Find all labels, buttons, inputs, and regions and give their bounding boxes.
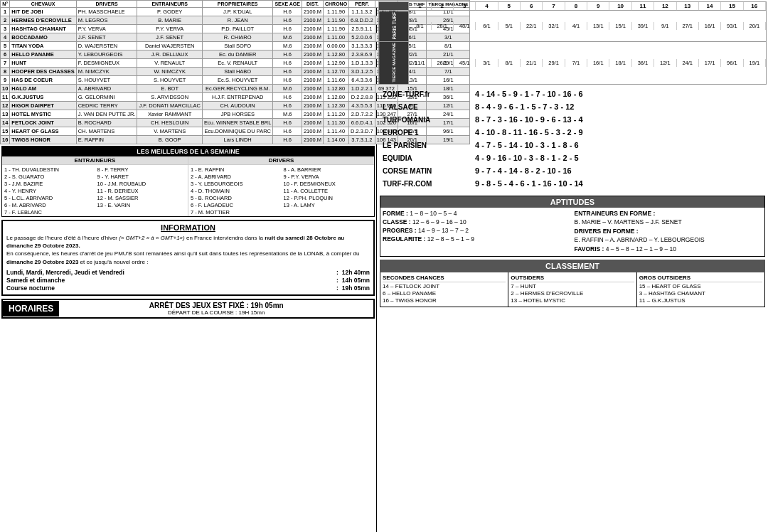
schedule-section: Lundi, Mardi, Mercredi, Jeudi et Vendred…: [6, 269, 370, 292]
aptitudes-section: APTITUDES FORME : 1 – 8 – 10 – 5 – 4CLAS…: [380, 196, 765, 257]
tierce-cell: 8/1: [498, 59, 521, 67]
outsiders-title: OUTSIDERS: [511, 275, 634, 282]
pronostic-numbers: 8 - 7 - 3 - 16 - 10 - 9 - 6 - 13 - 4: [475, 115, 583, 124]
aptitude-item: CLASSE : 12 – 6 – 9 – 16 – 10: [383, 218, 571, 225]
outsider-item-3: 13 – HOTEL MYSTIC: [511, 297, 634, 304]
schedule-time-3: 19h 05mn: [342, 284, 370, 292]
horaires-content: ARRÊT DES JEUX EST FIXÉ : 19h 05mn DÉPAR…: [59, 300, 373, 317]
favoris-title: FAVORIS : 4 – 5 – 8 – 12 – 1 – 9 – 10: [575, 245, 763, 252]
schedule-label-2: Samedi et dimanche: [6, 277, 333, 284]
meilleurs-item: 1 - E. RAFFIN: [191, 166, 279, 173]
paris-cell: 8/1: [409, 22, 431, 30]
tierce-cell: 17/1: [699, 59, 721, 67]
tierce-cell: 19/1: [744, 59, 766, 67]
col-trainers: ENTRAINEURS: [137, 1, 203, 8]
trainers-left: 1 - TH. DUVALDESTIN2 - S. GUARATO3 - J.M…: [2, 165, 95, 216]
paris-cell: 22/1: [521, 22, 543, 30]
grid-num-cell: 16: [744, 2, 766, 10]
odds-grid-section: 12345678910111213141516 PARIS TURF 8/128…: [377, 0, 768, 85]
meilleurs-item: 5 - L.CL. ABRIVARD: [4, 194, 93, 201]
aptitude-item: REGULARITE : 12 – 8 – 5 – 1 – 9: [383, 235, 571, 243]
paris-cell: 93/1: [721, 22, 743, 30]
aptitudes-left: FORME : 1 – 8 – 10 – 5 – 4CLASSE : 12 – …: [383, 210, 571, 254]
gros-outsider-item-3: 11 – G.K.JUSTUS: [639, 297, 762, 304]
col-horses: CHEVAUX: [10, 1, 76, 8]
grid-num-cell: 14: [699, 2, 721, 10]
grid-num-cell: 1: [409, 2, 431, 10]
paris-cell: 15/1: [609, 22, 631, 30]
trainers-right: 8 - F. TERRY9 - Y. HARET10 - J.M. ROUBAU…: [95, 165, 188, 216]
meilleurs-item: 1 - TH. DUVALDESTIN: [4, 166, 93, 173]
grid-num-cell: 2: [432, 2, 454, 10]
horaires-sub-text: DÉPART DE LA COURSE : 19H 15mn: [60, 309, 372, 316]
paris-row-cells: 8/128/148/16/15/122/132/14/113/115/139/1…: [409, 22, 766, 30]
grid-num-cell: 3: [454, 2, 476, 10]
meilleurs-item: 3 - Y. LEBOURGEOIS: [191, 180, 279, 187]
paris-cell: 32/1: [543, 22, 565, 30]
pronostic-numbers: 4 - 9 - 16 - 10 - 3 - 8 - 1 - 2 - 5: [475, 154, 579, 162]
classement-title: CLASSEMENT: [380, 260, 765, 272]
pronostic-source: TURF-FR.COM: [383, 180, 475, 188]
horaires-main-text: ARRÊT DES JEUX EST FIXÉ : 19h 05mn: [60, 302, 372, 309]
tierce-cell: 24/1: [677, 59, 699, 67]
schedule-label-3: Course nocturne: [6, 284, 333, 292]
meilleurs-trainers-col: ENTRAINEURS 1 - TH. DUVALDESTIN2 - S. GU…: [2, 156, 188, 216]
grid-num-cell: 5: [498, 2, 521, 10]
meilleurs-item: 4 - Y. HENRY: [4, 187, 93, 194]
col-dist: DIST.: [302, 1, 323, 8]
pronostic-numbers: 9 - 7 - 4 - 14 - 8 - 2 - 10 - 16: [475, 166, 572, 175]
col-drivers: DRIVERS: [76, 1, 137, 8]
aptitudes-right: ENTRAINEURS EN FORME : B. MARIE – V. MAR…: [575, 210, 763, 254]
meilleurs-drivers-col: DRIVERS 1 - E. RAFFIN2 - A. ABRIVARD3 - …: [188, 156, 374, 216]
meilleurs-item: 6 - F. LAGADEUC: [191, 201, 279, 208]
entraineurs-en-forme-val: B. MARIE – V. MARTENS – J.F. SENET: [575, 218, 763, 225]
pronostic-source: CORSE MATIN: [383, 167, 475, 175]
aptitudes-title: APTITUDES: [380, 196, 764, 208]
paris-cell: 39/1: [632, 22, 654, 30]
grid-nums-header: 12345678910111213141516: [409, 2, 767, 11]
gros-outsiders-col: GROS OUTSIDERS 15 – HEART OF GLASS 3 – H…: [637, 272, 764, 307]
grid-num-cell: 6: [521, 2, 543, 10]
paris-cell: 27/1: [677, 22, 699, 30]
pronostic-source: ZONE-TURF.fr: [383, 90, 475, 98]
meilleurs-item: 10 - J.M. ROUBAUD: [97, 180, 186, 187]
pronostic-row: L'ALSACE8 - 4 - 9 - 6 - 1 - 5 - 7 - 3 - …: [383, 102, 762, 111]
grid-num-cell: 11: [632, 2, 654, 10]
information-text: Le passage de l'heure d'été à l'heure d'…: [6, 234, 370, 266]
meilleurs-item: 5 - B. ROCHARD: [191, 194, 279, 201]
drivers-en-forme-val: E. RAFFIN – A. ABRIVARD – Y. LEBOURGEOIS: [575, 236, 763, 243]
tierce-cell: 21/1: [521, 59, 543, 67]
pronostic-row: TURFOMANIA8 - 7 - 3 - 16 - 10 - 9 - 6 - …: [383, 115, 762, 124]
grid-num-cell: 12: [654, 2, 676, 10]
main-container: N° CHEVAUX DRIVERS ENTRAINEURS PROPRIETA…: [0, 0, 768, 532]
tierce-magazine-row: TIERCE MAGAZINE 11/126/145/13/18/121/129…: [379, 41, 767, 85]
information-title: INFORMATION: [6, 223, 370, 232]
gros-outsider-item-2: 3 – HASHTAG CHAMANT: [639, 290, 762, 297]
aptitudes-body: FORME : 1 – 8 – 10 – 5 – 4CLASSE : 12 – …: [380, 208, 764, 256]
outsiders-col: OUTSIDERS 7 – HUNT 2 – HERMES D'ECROVILL…: [508, 272, 636, 307]
tierce-cell: 45/1: [454, 59, 476, 67]
meilleurs-item: 2 - A. ABRIVARD: [191, 173, 279, 180]
paris-cell: 4/1: [565, 22, 587, 30]
tierce-cell: 26/1: [432, 59, 454, 67]
meilleurs-item: 8 - F. TERRY: [97, 166, 186, 173]
pronostic-source: L'ALSACE: [383, 103, 475, 111]
meilleurs-item: 9 - Y. HARET: [97, 173, 186, 180]
pronostic-row: LE PARISIEN4 - 7 - 5 - 14 - 10 - 3 - 1 -…: [383, 141, 762, 149]
secondes-chances-col: SECONDES CHANCES 14 – FETLOCK JOINT 6 – …: [380, 272, 508, 307]
outsider-item-1: 7 – HUNT: [511, 283, 634, 289]
meilleurs-section: LES MEILLEURS DE LA SEMAINE ENTRAINEURS …: [1, 146, 375, 217]
grid-num-cell: 7: [543, 2, 565, 10]
aptitude-item: PROGRES : 14 – 9 – 13 – 7 – 2: [383, 227, 571, 234]
aptitude-item: FORME : 1 – 8 – 10 – 5 – 4: [383, 210, 571, 217]
pronostic-source: TURFOMANIA: [383, 116, 475, 124]
grid-num-cell: 10: [609, 2, 631, 10]
meilleurs-item: 2 - S. GUARATO: [4, 173, 93, 180]
paris-cell: 16/1: [699, 22, 721, 30]
pronostic-numbers: 4 - 14 - 5 - 9 - 1 - 7 - 10 - 16 - 6: [475, 90, 583, 98]
pronostic-row: ZONE-TURF.fr4 - 14 - 5 - 9 - 1 - 7 - 10 …: [383, 90, 762, 98]
meilleurs-item: 10 - F. DESMIGNEUX: [284, 180, 373, 187]
tierce-cell: 29/1: [543, 59, 565, 67]
paris-cell: 5/1: [498, 22, 521, 30]
tierce-cell: 12/1: [654, 59, 676, 67]
